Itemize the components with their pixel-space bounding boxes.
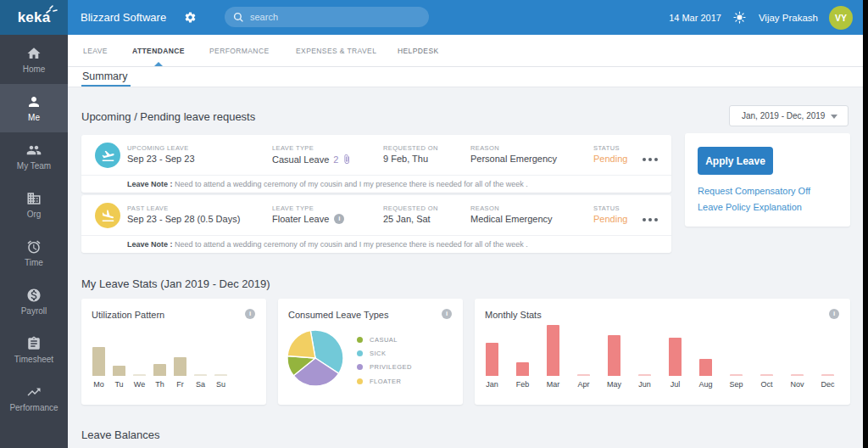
clipboard-icon — [26, 336, 42, 351]
leave-dates: Sep 23 - Sep 23 — [127, 154, 195, 164]
tab-leave[interactable]: LEAVE — [83, 35, 108, 67]
flight-takeoff-icon — [95, 143, 120, 168]
legend-row-floater: FLOATER — [357, 374, 412, 388]
bar-label-nov: Nov — [791, 380, 804, 389]
gear-icon[interactable] — [184, 11, 197, 24]
sidebar-item-label: My Team — [17, 161, 51, 171]
bar-su — [214, 374, 227, 376]
bar-label-mar: Mar — [547, 380, 560, 389]
bar-nov — [791, 374, 804, 376]
tab-helpdesk[interactable]: HELPDESK — [398, 35, 439, 67]
bar-label-jun: Jun — [638, 380, 651, 389]
bar-label-we: We — [134, 380, 145, 389]
requested-on-value: 9 Feb, Thu — [383, 154, 428, 164]
leave-note: Leave Note : Need to attend a wedding ce… — [81, 235, 671, 253]
sidebar-item-my-team[interactable]: My Team — [0, 132, 68, 181]
bar-label-oct: Oct — [760, 380, 772, 389]
legend-row-sick: SICK — [357, 346, 412, 360]
bar-label-th: Th — [155, 380, 164, 389]
bar-label-su: Su — [216, 380, 225, 389]
chart-title: Monthly Stats — [485, 310, 542, 320]
leave-note-text: Need to attend a wedding ceremony of my … — [175, 180, 528, 188]
legend-dot-casual — [357, 337, 363, 343]
pie-slice-floater — [287, 331, 315, 359]
bar-column-th: Th — [153, 364, 166, 389]
more-options-icon[interactable] — [643, 218, 658, 221]
trending-up-icon — [26, 384, 42, 400]
brightness-icon[interactable] — [733, 11, 746, 24]
bar-mo — [92, 347, 105, 376]
chevron-down-icon — [831, 115, 837, 119]
reason-label: REASON — [470, 144, 499, 152]
legend-row-casual: CASUAL — [357, 333, 412, 346]
paperclip-icon[interactable] — [342, 154, 352, 165]
bar-column-fr: Fr — [174, 357, 186, 389]
bar-column-feb: Feb — [516, 362, 529, 389]
leave-type-value: Casual Leave2 — [272, 154, 352, 165]
sidebar-item-performance[interactable]: Performance — [0, 374, 68, 423]
leave-type-label: LEAVE TYPE — [272, 144, 314, 152]
bar-label-jul: Jul — [670, 380, 681, 389]
bar-may — [608, 335, 620, 376]
bar-column-oct: Oct — [760, 374, 773, 389]
tab-expenses-travel[interactable]: EXPENSES & TRAVEL — [296, 35, 376, 67]
top-header: keka Blizzard Software 14 Mar 2017 — [0, 0, 863, 35]
utilization-bar-chart: MoTuWeThFrSaSu — [92, 347, 235, 389]
period-filter-dropdown[interactable]: Jan, 2019 - Dec, 2019 — [729, 105, 849, 126]
bar-fr — [174, 357, 186, 376]
user-name[interactable]: Vijay Prakash — [759, 13, 818, 23]
sidebar-item-home[interactable]: Home — [0, 36, 68, 84]
leave-kind-label: PAST LEAVE — [127, 204, 169, 212]
leave-note-text: Need to attend a wedding ceremony of my … — [175, 240, 528, 249]
person-icon — [26, 94, 42, 109]
bar-column-jul: Jul — [669, 338, 682, 389]
bar-column-nov: Nov — [791, 374, 804, 389]
bar-mar — [547, 325, 559, 376]
search-input[interactable] — [250, 12, 420, 22]
bar-column-sa: Sa — [194, 374, 207, 389]
chart-title: Consumed Leave Types — [288, 310, 388, 320]
chart-title: Utilization Pattern — [92, 310, 164, 320]
sidebar-item-time[interactable]: Time — [0, 229, 68, 277]
leave-type-value: Floater Leavei — [272, 214, 344, 224]
bar-tu — [113, 366, 125, 376]
subtab-bar: Summary — [68, 67, 863, 87]
header-date: 14 Mar 2017 — [669, 13, 721, 23]
sidebar-item-payroll[interactable]: Payroll — [0, 277, 68, 326]
requests-section-title: Upcoming / Pending leave requests — [81, 110, 255, 123]
bar-column-aug: Aug — [699, 359, 712, 389]
leave-policy-explanation-link[interactable]: Leave Policy Explanation — [698, 202, 802, 212]
pie-legend: CASUALSICKPRIVILEGEDFLOATER — [357, 333, 412, 388]
requested-on-label: REQUESTED ON — [383, 144, 438, 152]
leave-note-label: Leave Note : — [127, 240, 173, 249]
search-box[interactable] — [225, 7, 429, 27]
leave-request-card-upcoming: UPCOMING LEAVE Sep 23 - Sep 23 LEAVE TYP… — [81, 135, 671, 193]
keka-logo[interactable]: keka — [0, 0, 68, 35]
reason-label: REASON — [470, 204, 499, 212]
user-avatar[interactable]: VY — [829, 6, 853, 30]
bar-column-mar: Mar — [547, 325, 559, 389]
leave-note: Leave Note : Need to attend a wedding ce… — [81, 175, 671, 193]
request-compensatory-off-link[interactable]: Request Compensatory Off — [698, 186, 810, 196]
info-icon[interactable]: i — [442, 309, 452, 319]
bar-column-we: We — [133, 374, 146, 389]
apply-leave-button[interactable]: Apply Leave — [698, 147, 773, 175]
legend-label-floater: FLOATER — [370, 378, 402, 385]
sidebar-item-org[interactable]: Org — [0, 181, 68, 229]
tab-performance[interactable]: PERFORMANCE — [209, 35, 270, 67]
requested-on-label: REQUESTED ON — [383, 204, 438, 212]
sidebar-item-me[interactable]: Me — [0, 84, 68, 132]
more-options-icon[interactable] — [643, 158, 658, 161]
logo-spark-icon — [46, 4, 58, 14]
bar-label-mo: Mo — [93, 380, 104, 389]
bar-jul — [669, 338, 682, 376]
info-icon[interactable]: i — [829, 309, 839, 319]
flight-land-icon — [95, 203, 120, 228]
sidebar-item-timesheet[interactable]: Timesheet — [0, 326, 68, 374]
legend-dot-sick — [357, 350, 363, 356]
bar-apr — [577, 374, 590, 376]
alarm-clock-icon — [26, 239, 42, 255]
info-icon[interactable]: i — [334, 214, 344, 224]
info-icon[interactable]: i — [245, 309, 255, 319]
bar-label-feb: Feb — [516, 380, 530, 389]
